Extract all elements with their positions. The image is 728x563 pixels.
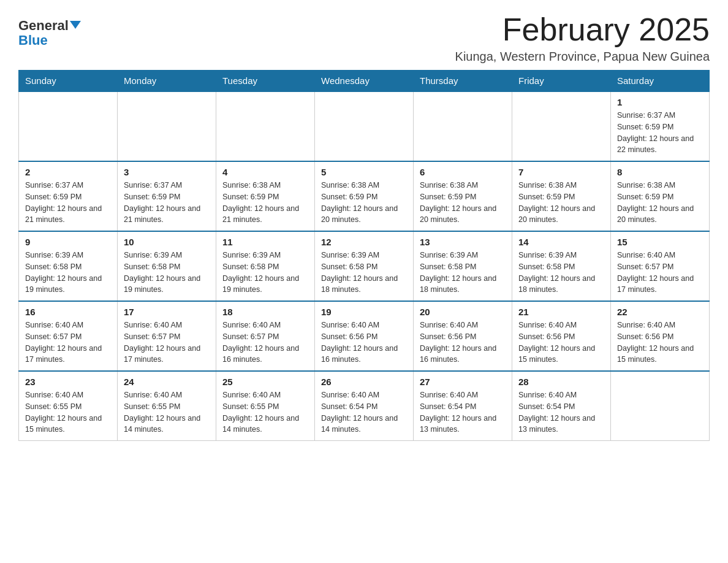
calendar-week-1: 1Sunrise: 6:37 AMSunset: 6:59 PMDaylight… — [19, 91, 710, 161]
logo-triangle-icon — [70, 21, 81, 29]
table-row — [611, 371, 710, 441]
day-info: Sunrise: 6:38 AMSunset: 6:59 PMDaylight:… — [420, 180, 506, 226]
calendar-table: Sunday Monday Tuesday Wednesday Thursday… — [18, 70, 710, 441]
day-number: 4 — [222, 167, 308, 177]
day-number: 28 — [518, 377, 604, 387]
calendar-header-row: Sunday Monday Tuesday Wednesday Thursday… — [19, 71, 710, 92]
day-info: Sunrise: 6:40 AMSunset: 6:55 PMDaylight:… — [222, 389, 308, 435]
table-row: 13Sunrise: 6:39 AMSunset: 6:58 PMDayligh… — [414, 231, 512, 301]
page-header: General Blue February 2025 Kiunga, Weste… — [18, 12, 710, 64]
table-row: 7Sunrise: 6:38 AMSunset: 6:59 PMDaylight… — [512, 161, 611, 231]
location-title: Kiunga, Western Province, Papua New Guin… — [455, 50, 710, 64]
table-row: 6Sunrise: 6:38 AMSunset: 6:59 PMDaylight… — [414, 161, 512, 231]
table-row: 22Sunrise: 6:40 AMSunset: 6:56 PMDayligh… — [611, 301, 710, 371]
table-row: 25Sunrise: 6:40 AMSunset: 6:55 PMDayligh… — [216, 371, 315, 441]
day-info: Sunrise: 6:40 AMSunset: 6:56 PMDaylight:… — [617, 320, 703, 366]
logo: General Blue — [18, 12, 81, 48]
day-number: 17 — [124, 307, 210, 317]
table-row: 27Sunrise: 6:40 AMSunset: 6:54 PMDayligh… — [414, 371, 512, 441]
month-title: February 2025 — [455, 12, 710, 47]
day-number: 26 — [321, 377, 407, 387]
table-row: 18Sunrise: 6:40 AMSunset: 6:57 PMDayligh… — [216, 301, 315, 371]
table-row: 9Sunrise: 6:39 AMSunset: 6:58 PMDaylight… — [19, 231, 118, 301]
day-info: Sunrise: 6:40 AMSunset: 6:57 PMDaylight:… — [25, 320, 111, 366]
day-info: Sunrise: 6:38 AMSunset: 6:59 PMDaylight:… — [321, 180, 407, 226]
table-row: 24Sunrise: 6:40 AMSunset: 6:55 PMDayligh… — [118, 371, 216, 441]
table-row: 11Sunrise: 6:39 AMSunset: 6:58 PMDayligh… — [216, 231, 315, 301]
day-number: 25 — [222, 377, 308, 387]
col-saturday: Saturday — [611, 71, 710, 92]
col-thursday: Thursday — [414, 71, 512, 92]
table-row: 20Sunrise: 6:40 AMSunset: 6:56 PMDayligh… — [414, 301, 512, 371]
table-row: 15Sunrise: 6:40 AMSunset: 6:57 PMDayligh… — [611, 231, 710, 301]
logo-general: General — [18, 18, 69, 33]
day-info: Sunrise: 6:40 AMSunset: 6:54 PMDaylight:… — [321, 389, 407, 435]
day-info: Sunrise: 6:39 AMSunset: 6:58 PMDaylight:… — [124, 250, 210, 296]
calendar-week-5: 23Sunrise: 6:40 AMSunset: 6:55 PMDayligh… — [19, 371, 710, 441]
table-row: 26Sunrise: 6:40 AMSunset: 6:54 PMDayligh… — [315, 371, 414, 441]
day-number: 19 — [321, 307, 407, 317]
calendar-week-3: 9Sunrise: 6:39 AMSunset: 6:58 PMDaylight… — [19, 231, 710, 301]
day-info: Sunrise: 6:39 AMSunset: 6:58 PMDaylight:… — [25, 250, 111, 296]
day-info: Sunrise: 6:40 AMSunset: 6:57 PMDaylight:… — [222, 320, 308, 366]
col-sunday: Sunday — [19, 71, 118, 92]
day-info: Sunrise: 6:37 AMSunset: 6:59 PMDaylight:… — [617, 110, 703, 156]
day-info: Sunrise: 6:40 AMSunset: 6:55 PMDaylight:… — [124, 389, 210, 435]
day-number: 21 — [518, 307, 604, 317]
col-monday: Monday — [118, 71, 216, 92]
day-info: Sunrise: 6:40 AMSunset: 6:56 PMDaylight:… — [420, 320, 506, 366]
table-row — [315, 91, 414, 161]
day-info: Sunrise: 6:40 AMSunset: 6:57 PMDaylight:… — [617, 250, 703, 296]
table-row: 5Sunrise: 6:38 AMSunset: 6:59 PMDaylight… — [315, 161, 414, 231]
day-number: 7 — [518, 167, 604, 177]
day-number: 12 — [321, 237, 407, 247]
col-friday: Friday — [512, 71, 611, 92]
day-number: 10 — [124, 237, 210, 247]
day-info: Sunrise: 6:38 AMSunset: 6:59 PMDaylight:… — [222, 180, 308, 226]
table-row: 16Sunrise: 6:40 AMSunset: 6:57 PMDayligh… — [19, 301, 118, 371]
day-info: Sunrise: 6:38 AMSunset: 6:59 PMDaylight:… — [518, 180, 604, 226]
day-info: Sunrise: 6:39 AMSunset: 6:58 PMDaylight:… — [518, 250, 604, 296]
day-number: 3 — [124, 167, 210, 177]
logo-blue: Blue — [18, 33, 48, 48]
day-info: Sunrise: 6:40 AMSunset: 6:54 PMDaylight:… — [420, 389, 506, 435]
table-row — [216, 91, 315, 161]
table-row: 12Sunrise: 6:39 AMSunset: 6:58 PMDayligh… — [315, 231, 414, 301]
table-row: 28Sunrise: 6:40 AMSunset: 6:54 PMDayligh… — [512, 371, 611, 441]
day-number: 2 — [25, 167, 111, 177]
table-row: 1Sunrise: 6:37 AMSunset: 6:59 PMDaylight… — [611, 91, 710, 161]
table-row: 23Sunrise: 6:40 AMSunset: 6:55 PMDayligh… — [19, 371, 118, 441]
table-row: 3Sunrise: 6:37 AMSunset: 6:59 PMDaylight… — [118, 161, 216, 231]
table-row: 4Sunrise: 6:38 AMSunset: 6:59 PMDaylight… — [216, 161, 315, 231]
day-number: 11 — [222, 237, 308, 247]
title-area: February 2025 Kiunga, Western Province, … — [455, 12, 710, 64]
day-info: Sunrise: 6:39 AMSunset: 6:58 PMDaylight:… — [420, 250, 506, 296]
day-number: 14 — [518, 237, 604, 247]
calendar-week-2: 2Sunrise: 6:37 AMSunset: 6:59 PMDaylight… — [19, 161, 710, 231]
table-row: 19Sunrise: 6:40 AMSunset: 6:56 PMDayligh… — [315, 301, 414, 371]
day-number: 6 — [420, 167, 506, 177]
day-number: 5 — [321, 167, 407, 177]
day-info: Sunrise: 6:40 AMSunset: 6:56 PMDaylight:… — [518, 320, 604, 366]
table-row: 2Sunrise: 6:37 AMSunset: 6:59 PMDaylight… — [19, 161, 118, 231]
day-info: Sunrise: 6:39 AMSunset: 6:58 PMDaylight:… — [321, 250, 407, 296]
table-row: 10Sunrise: 6:39 AMSunset: 6:58 PMDayligh… — [118, 231, 216, 301]
day-number: 23 — [25, 377, 111, 387]
col-wednesday: Wednesday — [315, 71, 414, 92]
day-info: Sunrise: 6:37 AMSunset: 6:59 PMDaylight:… — [25, 180, 111, 226]
table-row — [118, 91, 216, 161]
table-row — [414, 91, 512, 161]
table-row — [19, 91, 118, 161]
day-number: 22 — [617, 307, 703, 317]
day-info: Sunrise: 6:40 AMSunset: 6:54 PMDaylight:… — [518, 389, 604, 435]
day-number: 20 — [420, 307, 506, 317]
day-number: 24 — [124, 377, 210, 387]
table-row: 8Sunrise: 6:38 AMSunset: 6:59 PMDaylight… — [611, 161, 710, 231]
day-info: Sunrise: 6:38 AMSunset: 6:59 PMDaylight:… — [617, 180, 703, 226]
day-number: 27 — [420, 377, 506, 387]
day-info: Sunrise: 6:40 AMSunset: 6:56 PMDaylight:… — [321, 320, 407, 366]
day-number: 1 — [617, 97, 703, 107]
day-number: 15 — [617, 237, 703, 247]
calendar-week-4: 16Sunrise: 6:40 AMSunset: 6:57 PMDayligh… — [19, 301, 710, 371]
table-row: 17Sunrise: 6:40 AMSunset: 6:57 PMDayligh… — [118, 301, 216, 371]
